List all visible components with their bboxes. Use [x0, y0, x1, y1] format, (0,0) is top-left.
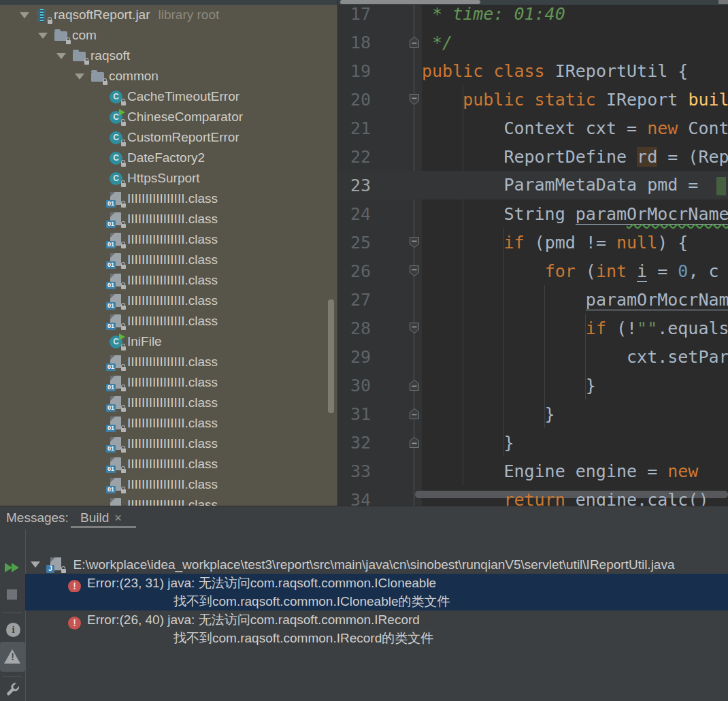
line-number[interactable]: 17 [338, 4, 371, 24]
tree-item[interactable]: CIniFile [0, 331, 337, 352]
code-line[interactable]: 23 ParamMetaData pmd = [338, 171, 728, 199]
tree-item[interactable]: 01IIIIIIIIIIIIIIII.class [0, 352, 337, 372]
expand-arrow-icon[interactable] [56, 53, 66, 59]
editor-top-scroll-track[interactable] [338, 0, 728, 5]
code-line[interactable]: 24 String paramOrMocrName [338, 199, 728, 228]
tree-item[interactable]: raqsoftReport.jarlibrary root [0, 5, 337, 25]
line-number[interactable]: 18 [338, 33, 371, 52]
line-number[interactable]: 29 [338, 347, 371, 367]
code-text: Engine engine = new [422, 461, 698, 481]
code-line[interactable]: 31 } [338, 400, 728, 428]
fold-marker-icon[interactable] [409, 379, 420, 391]
tree-item[interactable]: 01IIIIIIIIIIIIIIII.class [0, 189, 337, 209]
fold-marker-icon[interactable] [409, 322, 420, 334]
fold-marker-icon[interactable] [409, 36, 420, 48]
tree-item-label: CustomReportError [127, 130, 239, 145]
fold-marker-icon[interactable] [409, 93, 420, 105]
tab-close-icon[interactable]: × [114, 511, 122, 525]
tree-item[interactable]: CCacheTimeoutError [0, 86, 337, 107]
project-tree: raqsoftReport.jarlibrary rootcomraqsoftc… [0, 5, 337, 506]
code-line[interactable]: 28 if (!"".equals [338, 314, 728, 342]
tree-item[interactable]: 01IIIIIIIIIIIIIIII.class [0, 270, 337, 291]
code-text: String paramOrMocrName [422, 204, 728, 224]
tree-item-label: IIIIIIIIIIIIIIII.class [127, 191, 218, 206]
fold-marker-icon[interactable] [409, 236, 420, 248]
tree-item[interactable]: 01IIIIIIIIIIIIIIII.class [0, 250, 337, 270]
line-number[interactable]: 20 [338, 90, 371, 110]
compiled-class-file-icon: 01 [109, 498, 124, 506]
line-number[interactable]: 34 [338, 490, 371, 506]
line-number[interactable]: 25 [338, 233, 371, 252]
tree-item[interactable]: CChineseComparator [0, 107, 337, 127]
fold-marker-icon[interactable] [409, 436, 420, 449]
tree-item[interactable]: CHttpsSurport [0, 168, 337, 189]
line-number[interactable]: 27 [338, 290, 371, 310]
expand-arrow-icon[interactable] [75, 74, 84, 80]
line-number[interactable]: 22 [338, 147, 371, 167]
code-line[interactable]: 27 paramOrMocrName [338, 285, 728, 314]
code-line[interactable]: 22 ReportDefine rd = (Rep [338, 142, 728, 171]
tree-item[interactable]: 01IIIIIIIIIIIIIIII.class [0, 495, 337, 506]
tree-item[interactable]: 01IIIIIIIIIIIIIIII.class [0, 434, 337, 454]
tree-item[interactable]: common [0, 66, 337, 86]
code-line[interactable]: 32 } [338, 428, 728, 457]
tree-item[interactable]: 01IIIIIIIIIIIIIIII.class [0, 393, 337, 413]
code-line[interactable]: 30 } [338, 371, 728, 400]
tree-item[interactable]: CDateFactory2 [0, 148, 337, 168]
line-number[interactable]: 33 [338, 461, 371, 481]
tree-item[interactable]: 01IIIIIIIIIIIIIIII.class [0, 454, 337, 474]
tree-item-label: HttpsSurport [127, 171, 200, 186]
tree-item[interactable]: com [0, 25, 337, 46]
tree-vertical-scrollbar[interactable] [328, 299, 334, 413]
settings-wrench-button[interactable] [5, 682, 31, 700]
tree-item-label: IIIIIIIIIIIIIIII.class [127, 457, 218, 472]
tree-item-label: IIIIIIIIIIIIIIII.class [127, 314, 218, 329]
line-number[interactable]: 24 [338, 204, 371, 224]
editor-top-scroll-thumb[interactable] [340, 0, 480, 4]
build-file-row[interactable]: J E:\workplace\idea_workplace\test3\repo… [25, 555, 728, 574]
code-line[interactable]: 26 for (int i = 0, c [338, 257, 728, 285]
fold-marker-icon[interactable] [409, 408, 420, 420]
line-number[interactable]: 21 [338, 118, 371, 138]
fold-marker-icon[interactable] [409, 265, 420, 277]
code-text: } [422, 433, 514, 453]
expand-arrow-icon[interactable] [31, 561, 40, 568]
tree-item[interactable]: CCustomReportError [0, 127, 337, 148]
code-text: cxt.setPar [422, 347, 728, 367]
code-line[interactable]: 18 */ [338, 28, 728, 56]
compiled-class-file-icon: 01 [109, 191, 124, 206]
tree-item[interactable]: 01IIIIIIIIIIIIIIII.class [0, 229, 337, 250]
code-line[interactable]: 25 if (pmd != null) { [338, 228, 728, 257]
code-editor[interactable]: 17 * time: 01:4018 */19public class IRep… [338, 0, 728, 506]
tree-item[interactable]: 01IIIIIIIIIIIIIIII.class [0, 413, 337, 434]
error-detail-row[interactable]: 找不到com.raqsoft.common.ICloneable的类文件 [25, 592, 728, 610]
tree-item-label: IIIIIIIIIIIIIIII.class [127, 477, 218, 492]
line-number[interactable]: 32 [338, 433, 371, 453]
tree-item[interactable]: 01IIIIIIIIIIIIIIII.class [0, 311, 337, 331]
error-message-row[interactable]: !Error:(23, 31) java: 无法访问com.raqsoft.co… [25, 574, 728, 592]
code-line[interactable]: 19public class IReportUtil { [338, 56, 728, 85]
tree-item[interactable]: raqsoft [0, 46, 337, 66]
code-lines[interactable]: 17 * time: 01:4018 */19public class IRep… [338, 0, 728, 506]
class-icon: C [109, 130, 124, 145]
line-number[interactable]: 23 [338, 176, 371, 195]
code-line[interactable]: 20 public static IReport buil [338, 85, 728, 114]
expand-arrow-icon[interactable] [20, 12, 29, 18]
code-line[interactable]: 33 Engine engine = new [338, 457, 728, 485]
editor-vertical-scroll-thumb[interactable] [718, 0, 728, 4]
line-number[interactable]: 26 [338, 261, 371, 281]
line-number[interactable]: 19 [338, 61, 371, 81]
code-line[interactable]: 21 Context cxt = new Cont [338, 114, 728, 142]
error-message-row[interactable]: !Error:(26, 40) java: 无法访问com.raqsoft.co… [25, 610, 728, 629]
tree-item[interactable]: 01IIIIIIIIIIIIIIII.class [0, 291, 337, 311]
expand-arrow-icon[interactable] [38, 33, 48, 39]
line-number[interactable]: 28 [338, 319, 371, 338]
line-number[interactable]: 30 [338, 376, 371, 395]
tree-item[interactable]: 01IIIIIIIIIIIIIIII.class [0, 372, 337, 393]
tree-item[interactable]: 01IIIIIIIIIIIIIIII.class [0, 474, 337, 495]
tree-item[interactable]: 01IIIIIIIIIIIIIIII.class [0, 209, 337, 229]
code-line[interactable]: 29 cxt.setPar [338, 342, 728, 371]
code-line[interactable]: 34 return engine.calc() [338, 485, 728, 506]
line-number[interactable]: 31 [338, 404, 371, 424]
error-detail-row[interactable]: 找不到com.raqsoft.common.IRecord的类文件 [25, 629, 728, 647]
